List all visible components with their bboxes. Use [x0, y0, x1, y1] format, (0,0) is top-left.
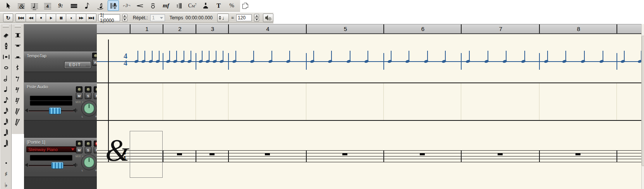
half-note-tool[interactable]	[1, 74, 11, 84]
augmentation-dot-tool[interactable]	[1, 158, 11, 168]
tempo-note-button[interactable]: ♩	[217, 14, 229, 22]
quarter-note[interactable]	[544, 59, 549, 63]
spin-down-icon[interactable]	[254, 18, 259, 22]
rewind-button[interactable]: ◀◀	[26, 14, 36, 22]
whole-note-tool[interactable]	[1, 63, 11, 73]
quarter-note[interactable]	[134, 59, 139, 63]
repeat-barline-tool[interactable]	[173, 0, 185, 11]
spin-down-icon[interactable]	[122, 18, 127, 22]
ruler-measure-cell[interactable]: 4	[228, 24, 307, 33]
bass-clef-tool[interactable]: 9:	[55, 0, 66, 11]
palette-grip-icon[interactable]	[15, 26, 21, 27]
quarter-note[interactable]	[405, 59, 410, 63]
sixtyfourth-rest-tool[interactable]	[13, 106, 22, 116]
quarter-note[interactable]	[268, 59, 273, 63]
hundredtwentyeighth-note-tool[interactable]	[1, 139, 11, 149]
time-signature-tool[interactable]	[42, 0, 53, 11]
quarter-note[interactable]	[637, 59, 641, 63]
ruler-measure-cell[interactable]: 7	[461, 24, 540, 33]
quarter-note[interactable]	[173, 59, 178, 63]
position-field[interactable]: 1| 1|0000	[98, 14, 120, 21]
ruler-measure-cell[interactable]: 8	[539, 24, 617, 33]
quarter-note[interactable]	[232, 59, 237, 63]
tempo-spinner[interactable]	[254, 14, 259, 22]
double-whole-rest-tool[interactable]	[13, 30, 22, 40]
eighth-note-tool[interactable]	[81, 0, 93, 11]
volume-slider-handle[interactable]	[49, 107, 61, 114]
flat-tool[interactable]: ♭	[1, 180, 11, 189]
quarter-note[interactable]	[212, 59, 217, 63]
quarter-note[interactable]	[328, 59, 333, 63]
ruler-measure-cell[interactable]: 5	[306, 24, 384, 33]
quarter-note[interactable]	[219, 59, 224, 63]
quarter-note[interactable]	[441, 59, 447, 63]
sixteenth-note-tool[interactable]	[1, 106, 11, 116]
quarter-note[interactable]	[346, 59, 351, 63]
repeat-dropdown[interactable]: 1	[150, 14, 165, 21]
quarter-note[interactable]	[187, 59, 192, 63]
half-rest-tool[interactable]	[13, 52, 22, 62]
palette-grip-icon[interactable]	[3, 26, 9, 27]
quarter-note[interactable]	[180, 59, 185, 63]
quarter-note[interactable]	[205, 59, 210, 63]
accent-tool[interactable]	[147, 0, 158, 11]
go-start-button[interactable]: ▮◀◀	[15, 14, 26, 22]
whole-rest[interactable]	[420, 153, 425, 155]
solo-button[interactable]: S	[85, 93, 91, 99]
text-tool[interactable]: T	[213, 0, 224, 11]
quarter-note[interactable]	[387, 59, 392, 63]
quarter-rest-tool[interactable]	[13, 63, 22, 73]
whole-rest[interactable]	[210, 153, 215, 155]
quarter-note[interactable]	[484, 59, 489, 63]
ruler-measure-cell[interactable]: 3	[196, 24, 229, 33]
whole-rest[interactable]	[342, 153, 347, 155]
quarter-note[interactable]	[620, 59, 625, 63]
whole-rest-tool[interactable]	[13, 41, 22, 51]
quarter-note[interactable]	[166, 59, 171, 63]
loop-button[interactable]: ↻	[3, 14, 13, 22]
staff-note-tool[interactable]	[29, 0, 40, 11]
dynamics-tool[interactable]: mf	[160, 0, 172, 11]
hairpin-tool[interactable]	[134, 0, 145, 11]
eraser-tool[interactable]	[1, 30, 11, 40]
copy-page-tool[interactable]	[239, 0, 251, 11]
quarter-note[interactable]	[250, 59, 255, 63]
slur-note-tool[interactable]	[94, 0, 106, 11]
instrument-dropdown[interactable]: Steinway Piano	[26, 146, 76, 152]
whole-rest[interactable]	[498, 153, 503, 155]
quarter-note[interactable]	[521, 59, 526, 63]
eighth-rest-tool[interactable]	[13, 74, 22, 84]
quarter-note[interactable]	[364, 59, 369, 63]
ruler-measure-cell[interactable]	[617, 24, 641, 33]
ruler-measure-cell[interactable]: 6	[383, 24, 462, 33]
position-spinner[interactable]	[122, 14, 127, 22]
edit-button[interactable]: EDIT...	[64, 61, 91, 69]
whole-rest[interactable]	[177, 153, 182, 155]
forward-button[interactable]: ▶▶	[76, 14, 86, 22]
quarter-note[interactable]	[148, 59, 153, 63]
chord-symbol-tool[interactable]: CM7	[187, 0, 198, 11]
thirtysecond-rest-tool[interactable]	[13, 95, 22, 105]
quarter-note[interactable]	[465, 59, 471, 63]
play-button[interactable]: ▶	[46, 14, 56, 22]
volume-slider-handle[interactable]	[51, 162, 64, 169]
percent-tool[interactable]: %	[226, 0, 237, 11]
triplet-tool[interactable]: ⌐3¬	[121, 0, 132, 11]
sixtyfourth-note-tool[interactable]	[1, 128, 11, 138]
quarter-note[interactable]	[198, 59, 203, 63]
staff-block-tool[interactable]	[68, 0, 79, 11]
stop-button[interactable]: ■	[36, 14, 46, 22]
quarter-note[interactable]	[599, 59, 604, 63]
solo-button[interactable]: S	[85, 147, 91, 153]
vertical-scrollbar[interactable]	[641, 24, 644, 189]
thirtysecond-note-tool[interactable]	[1, 117, 11, 127]
tie-tool[interactable]	[1, 52, 11, 62]
quarter-note[interactable]	[310, 59, 315, 63]
hundredtwentyeighth-rest-tool[interactable]	[13, 117, 22, 127]
ruler-lead-cell[interactable]	[97, 24, 130, 33]
audio-settings-button[interactable]	[263, 14, 273, 22]
go-end-button[interactable]: ▶▶▮	[86, 14, 96, 22]
quarter-note[interactable]	[286, 59, 291, 63]
quarter-note[interactable]	[502, 59, 507, 63]
sixteenth-rest-tool[interactable]	[13, 84, 22, 94]
